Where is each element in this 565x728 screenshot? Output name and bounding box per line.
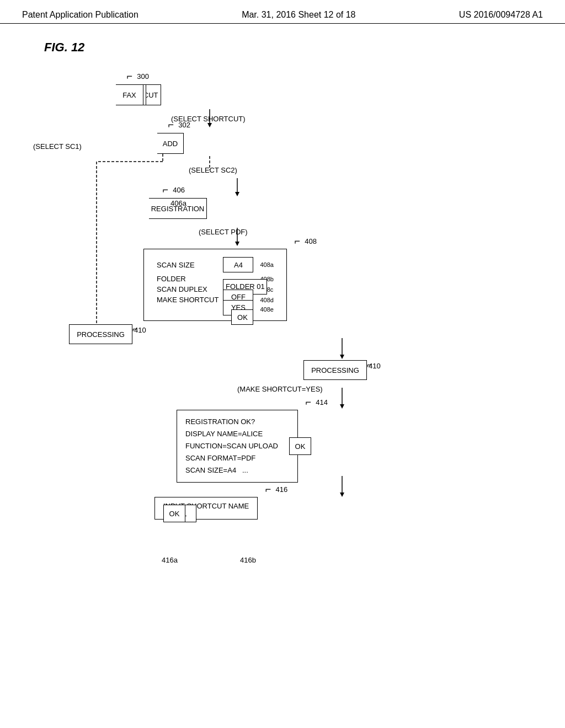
fig-label: FIG. 12 — [44, 40, 84, 55]
ref-414: 414 — [316, 398, 328, 406]
ref-bracket-300: ⌐ — [126, 71, 132, 82]
svg-marker-15 — [340, 404, 344, 409]
settings-row-make-shortcut: MAKE SHORTCUT YES 408d — [157, 296, 274, 304]
settings-value-folder: FOLDER 01 — [223, 275, 253, 283]
settings-row-folder: FOLDER FOLDER 01 408b — [157, 275, 274, 283]
header-center: Mar. 31, 2016 Sheet 12 of 18 — [242, 10, 355, 20]
settings-label-scan-duplex: SCAN DUPLEX — [157, 285, 218, 293]
ref-bracket-416: ⌐ — [265, 484, 271, 495]
ref-bracket-406: ⌐ — [162, 184, 168, 196]
ref-bracket-414: ⌐ — [305, 397, 311, 408]
ref-bracket-410b: ⌐ — [367, 360, 372, 370]
ref-416: 416 — [276, 485, 288, 494]
btn-ok-414[interactable]: OK — [289, 437, 311, 455]
select-sc1-label: (SELECT SC1) — [33, 142, 82, 151]
diagram-area: FIG. 12 WEB SHORTCUT SC — [0, 24, 565, 702]
ref-408: 408 — [305, 237, 317, 245]
settings-label-folder: FOLDER — [157, 275, 218, 283]
svg-marker-17 — [340, 493, 344, 497]
ref-bracket-302: ⌐ — [168, 119, 174, 131]
ref-300: 300 — [137, 72, 149, 81]
ref-416b: 416b — [240, 556, 256, 564]
ref-bracket-408: ⌐ — [294, 235, 300, 247]
ref-408d: 408d — [258, 296, 273, 304]
page-header: Patent Application Publication Mar. 31, … — [0, 0, 565, 24]
processing-box-410a: PROCESSING — [69, 324, 132, 344]
value-box-a4[interactable]: A4 — [223, 257, 253, 272]
settings-box-408: SCAN SIZE A4 408a FOLDER FOLDER 01 408b … — [143, 249, 287, 321]
btn-add[interactable]: ADD — [157, 133, 184, 154]
svg-marker-13 — [340, 355, 344, 359]
svg-marker-9 — [235, 192, 239, 196]
settings-label-scan-size: SCAN SIZE — [157, 257, 218, 272]
arrows-svg — [0, 24, 565, 702]
ref-406a: 406a — [170, 199, 186, 207]
select-pdf-label: (SELECT PDF) — [199, 228, 248, 236]
ref-406: 406 — [173, 186, 185, 194]
btn-ok-408[interactable]: OK — [231, 309, 253, 325]
btn-fax[interactable]: FAX — [116, 84, 143, 105]
registration-box-414: REGISTRATION OK? DISPLAY NAME=ALICE FUNC… — [177, 410, 298, 483]
header-right: US 2016/0094728 A1 — [459, 10, 543, 20]
make-shortcut-yes-label: (MAKE SHORTCUT=YES) — [237, 385, 323, 393]
ref-416a: 416a — [162, 556, 178, 564]
settings-label-make-shortcut: MAKE SHORTCUT — [157, 296, 218, 304]
header-left: Patent Application Publication — [22, 10, 138, 20]
processing-box-410b: PROCESSING — [303, 360, 367, 380]
settings-row-scan-size: SCAN SIZE A4 408a — [157, 257, 274, 272]
ref-bracket-410a: ⌐ — [132, 324, 137, 334]
input-shortcut-box-416: INPUT SHORTCUT NAME SC1 OK 416 ⌐ — [154, 497, 258, 520]
registration-text-414: REGISTRATION OK? DISPLAY NAME=ALICE FUNC… — [185, 416, 278, 477]
svg-marker-11 — [235, 242, 239, 246]
select-sc2-label: (SELECT SC2) — [189, 166, 237, 174]
settings-value-a4: A4 — [223, 257, 253, 272]
btn-ok-416[interactable]: OK — [163, 505, 185, 522]
settings-row-ok: OK 408e — [157, 306, 274, 313]
svg-marker-1 — [207, 123, 212, 127]
ref-408e: 408e — [258, 306, 273, 313]
ref-302: 302 — [178, 121, 190, 129]
ref-408a: 408a — [258, 257, 273, 272]
